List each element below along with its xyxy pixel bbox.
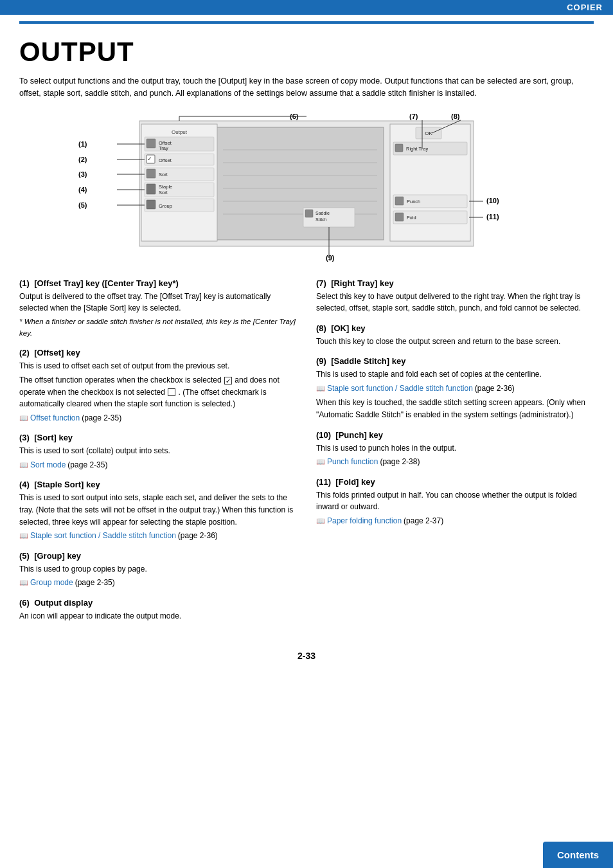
svg-text:Punch: Punch <box>407 199 420 204</box>
section-11: (11) [Fold] key This folds printed outpu… <box>316 477 594 527</box>
s9-link[interactable]: Staple sort function / Saddle stitch fun… <box>327 383 473 395</box>
svg-text:(5): (5) <box>78 201 87 209</box>
descriptions: (1) [Offset Tray] key ([Center Tray] key… <box>19 278 594 631</box>
s5-body: This is used to group copies by page. 📖 … <box>19 563 297 589</box>
s4-title: (4) [Staple Sort] key <box>19 480 297 489</box>
svg-text:(2): (2) <box>78 156 87 163</box>
content-area: OUTPUT To select output functions and th… <box>0 24 613 687</box>
right-column: (7) [Right Tray] key Select this key to … <box>316 278 594 631</box>
intro-text: To select output functions and the outpu… <box>19 75 594 100</box>
svg-rect-19 <box>147 169 155 178</box>
s5-title: (5) [Group] key <box>19 551 297 561</box>
page-title: OUTPUT <box>19 37 594 68</box>
section-6: (6) Output display An icon will appear t… <box>19 598 297 622</box>
s2-title: (2) [Offset] key <box>19 348 297 357</box>
s6-body: An icon will appear to indicate the outp… <box>19 610 297 622</box>
svg-text:Stitch: Stitch <box>315 217 327 222</box>
svg-rect-38 <box>395 213 404 221</box>
s11-body: This folds printed output in half. You c… <box>316 489 594 527</box>
book-icon-s11: 📖 <box>316 516 325 527</box>
section-9: (9) [Saddle Stitch] key This is used to … <box>316 356 594 420</box>
book-icon-s5: 📖 <box>19 577 28 588</box>
svg-text:(7): (7) <box>409 113 418 120</box>
svg-rect-34 <box>393 195 467 208</box>
diagram-container: Output Offset Tray ✓ Offset Sort <box>19 111 594 266</box>
s2-link[interactable]: Offset function <box>30 412 80 424</box>
svg-rect-41 <box>305 210 313 217</box>
book-icon-s3: 📖 <box>19 460 28 471</box>
svg-text:(1): (1) <box>78 140 87 148</box>
svg-text:Sort: Sort <box>159 190 168 195</box>
svg-rect-1 <box>217 127 384 240</box>
s10-body: This is used to punch holes in the outpu… <box>316 442 594 468</box>
svg-rect-11 <box>147 139 155 148</box>
svg-text:Staple: Staple <box>159 184 172 190</box>
s2-body: This is used to offset each set of outpu… <box>19 360 297 424</box>
section-8: (8) [OK] key Touch this key to close the… <box>316 323 594 348</box>
svg-text:Fold: Fold <box>407 215 416 221</box>
s10-title: (10) [Punch] key <box>316 430 594 440</box>
svg-rect-37 <box>393 211 467 224</box>
s5-link[interactable]: Group mode <box>30 577 73 589</box>
s6-title: (6) Output display <box>19 598 297 608</box>
s3-title: (3) [Sort] key <box>19 433 297 442</box>
section-5: (5) [Group] key This is used to group co… <box>19 551 297 589</box>
page-number: 2-33 <box>19 651 594 661</box>
section-4: (4) [Staple Sort] key This is used to so… <box>19 480 297 541</box>
svg-text:✓: ✓ <box>147 156 152 162</box>
header-title: COPIER <box>567 3 603 12</box>
svg-text:(4): (4) <box>78 186 87 194</box>
svg-text:Output: Output <box>172 129 188 135</box>
svg-text:OK: OK <box>425 131 432 136</box>
section-7: (7) [Right Tray] key Select this key to … <box>316 278 594 314</box>
svg-rect-22 <box>147 184 155 194</box>
diagram-wrapper: Output Offset Tray ✓ Offset Sort <box>75 111 538 266</box>
book-icon-s4: 📖 <box>19 530 28 541</box>
svg-text:Tray: Tray <box>159 145 168 151</box>
s1-title: (1) [Offset Tray] key ([Center Tray] key… <box>19 278 297 288</box>
svg-text:Group: Group <box>159 203 172 209</box>
checkbox-checked-icon: ✓ <box>224 377 232 384</box>
s7-body: Select this key to have output delivered… <box>316 291 594 314</box>
s1-body: Output is delivered to the offset tray. … <box>19 291 297 339</box>
svg-rect-26 <box>147 200 155 209</box>
s10-link[interactable]: Punch function <box>327 456 378 468</box>
section-2: (2) [Offset] key This is used to offset … <box>19 348 297 424</box>
svg-text:(10): (10) <box>486 197 499 204</box>
section-1: (1) [Offset Tray] key ([Center Tray] key… <box>19 278 297 339</box>
s9-title: (9) [Saddle Stitch] key <box>316 356 594 366</box>
book-icon: 📖 <box>19 413 28 424</box>
s11-link[interactable]: Paper folding function <box>327 515 402 527</box>
svg-text:(3): (3) <box>78 170 87 178</box>
s8-title: (8) [OK] key <box>316 323 594 333</box>
book-icon-s9: 📖 <box>316 383 325 394</box>
svg-text:(8): (8) <box>451 113 460 120</box>
s7-title: (7) [Right Tray] key <box>316 278 594 288</box>
svg-text:Sort: Sort <box>159 172 168 177</box>
svg-text:Offset: Offset <box>159 158 172 163</box>
svg-text:Saddle: Saddle <box>315 211 330 215</box>
s4-body: This is used to sort output into sets, s… <box>19 492 297 541</box>
section-10: (10) [Punch] key This is used to punch h… <box>316 430 594 468</box>
book-icon-s10: 📖 <box>316 457 325 467</box>
s8-body: Touch this key to close the output scree… <box>316 336 594 348</box>
svg-rect-31 <box>393 142 467 155</box>
svg-text:(11): (11) <box>486 213 499 221</box>
s3-body: This is used to sort (collate) output in… <box>19 445 297 471</box>
contents-button[interactable]: Contents <box>543 842 613 868</box>
diagram-svg: Output Offset Tray ✓ Offset Sort <box>75 111 538 266</box>
svg-text:Right Tray: Right Tray <box>406 146 428 152</box>
s11-title: (11) [Fold] key <box>316 477 594 487</box>
svg-text:(9): (9) <box>326 254 335 262</box>
left-column: (1) [Offset Tray] key ([Center Tray] key… <box>19 278 297 631</box>
s4-link[interactable]: Staple sort function / Saddle stitch fun… <box>30 530 176 542</box>
s9-body: This is used to staple and fold each set… <box>316 368 594 420</box>
top-bar: COPIER <box>0 0 613 15</box>
checkbox-empty-icon <box>168 388 175 396</box>
svg-rect-35 <box>395 197 404 205</box>
section-3: (3) [Sort] key This is used to sort (col… <box>19 433 297 471</box>
svg-rect-32 <box>395 144 403 152</box>
s3-link[interactable]: Sort mode <box>30 459 66 471</box>
